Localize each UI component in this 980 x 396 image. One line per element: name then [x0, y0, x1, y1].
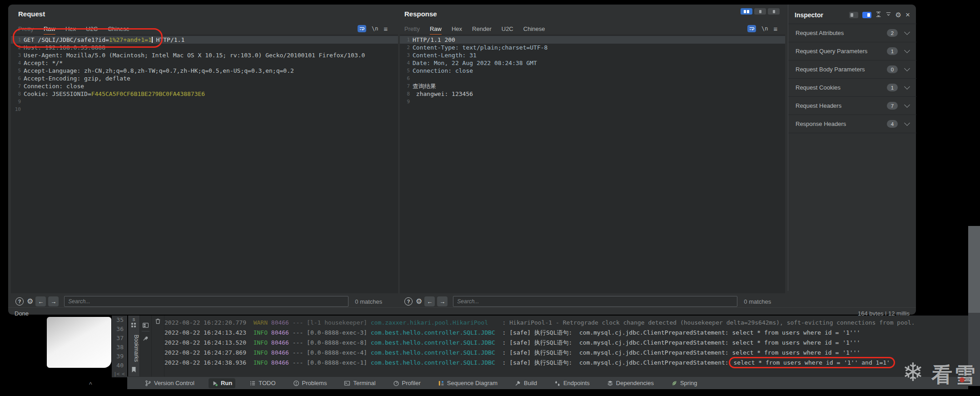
pin-icon[interactable]	[142, 336, 149, 344]
request-search-bar: ? ⚙ ← → 0 matches	[15, 296, 382, 307]
nav-first-icon[interactable]: |<	[114, 371, 119, 377]
log-token	[367, 359, 371, 366]
line-number: 8	[11, 90, 24, 98]
toolbar-item-label: Sequence Diagram	[447, 380, 497, 386]
layout-stacked-icon[interactable]	[754, 8, 766, 15]
request-editor[interactable]: 1GET /SQLI/JDBC/safe1?id=1%27+and+1=1 HT…	[11, 35, 398, 293]
log-token: 80466	[268, 329, 289, 336]
line-number: 9	[11, 98, 24, 105]
trash-icon[interactable]	[154, 318, 161, 326]
sequence-diagram-icon	[438, 380, 444, 386]
bookmarks-tool-button[interactable]: Bookmarks	[128, 331, 139, 366]
search-settings-icon[interactable]: ⚙	[416, 298, 422, 305]
status-done-label: Done	[15, 310, 29, 317]
editor-line: 5Accept-Language: zh-CN,zh;q=0.8,zh-TW;q…	[11, 67, 398, 75]
toolbar-item-terminal[interactable]: Terminal	[341, 378, 378, 388]
toolbar-item-todo[interactable]: TODO	[246, 378, 279, 388]
toolbar-item-run[interactable]: Run	[209, 378, 235, 388]
structure-tool-button[interactable]: s	[128, 316, 139, 322]
editor-line: 4Date: Mon, 22 Aug 2022 08:24:38 GMT	[400, 59, 785, 67]
response-tab-hex[interactable]: Hex	[452, 25, 462, 34]
inspector-dock-right-icon[interactable]	[862, 12, 871, 18]
editor-menu-icon[interactable]: ≡	[773, 25, 777, 33]
layout-tabs-icon[interactable]	[768, 8, 780, 15]
response-editor[interactable]: 1HTTP/1.1 2002Content-Type: text/plain;c…	[400, 35, 785, 293]
request-tab-chinese[interactable]: Chinese	[108, 25, 129, 34]
log-token: 2022-08-22 16:24:38.936	[164, 359, 246, 366]
inspector-settings-icon[interactable]: ⚙	[895, 11, 901, 19]
log-token: ---	[289, 339, 307, 346]
word-wrap-icon[interactable]	[747, 25, 756, 32]
chevron-down-icon[interactable]	[904, 47, 910, 53]
todo-icon	[249, 380, 256, 386]
show-newlines-icon[interactable]: \n	[372, 25, 378, 32]
log-token	[495, 329, 502, 336]
toolbar-item-spring[interactable]: Spring	[668, 378, 701, 388]
editor-line: 3Content-Length: 31	[400, 51, 785, 59]
help-icon[interactable]: ?	[404, 297, 413, 306]
editor-line-number: 35	[112, 316, 127, 325]
layout-side-by-side-icon[interactable]	[741, 8, 752, 15]
show-newlines-icon[interactable]: \n	[761, 25, 768, 32]
request-tab-pretty[interactable]: Pretty	[18, 25, 34, 34]
response-tab-raw[interactable]: Raw	[430, 25, 442, 35]
response-tab-pretty[interactable]: Pretty	[404, 25, 420, 34]
inspector-section-response-headers[interactable]: Response Headers4	[788, 115, 916, 133]
chevron-down-icon[interactable]	[904, 120, 910, 126]
toolbar-item-sequence-diagram[interactable]: Sequence Diagram	[435, 378, 501, 388]
search-prev-icon[interactable]: ←	[424, 296, 435, 306]
editor-line-number: 36	[112, 325, 127, 334]
search-settings-icon[interactable]: ⚙	[27, 298, 33, 305]
editor-menu-icon[interactable]: ≡	[383, 25, 388, 33]
inspector-section-request-cookies[interactable]: Request Cookies1	[788, 79, 916, 97]
request-tab-u2c[interactable]: U2C	[86, 25, 98, 34]
inspector-section-request-headers[interactable]: Request Headers7	[788, 97, 916, 115]
log-token: com.zaxxer.hikari.pool.HikariPool	[371, 319, 488, 326]
toolbar-item-build[interactable]: Build	[512, 378, 540, 388]
collapse-all-icon[interactable]	[885, 11, 891, 19]
word-wrap-icon[interactable]	[358, 25, 366, 32]
response-tab-u2c[interactable]: U2C	[502, 25, 513, 34]
section-label: Request Body Parameters	[796, 66, 887, 73]
inspector-panel: Inspector ⚙ × Request Attributes2Request…	[788, 5, 916, 291]
inspector-section-request-attributes[interactable]: Request Attributes2	[788, 24, 916, 42]
chevron-down-icon[interactable]	[904, 102, 910, 108]
inspector-dock-left-icon[interactable]	[849, 12, 858, 18]
request-panel-title: Request	[18, 10, 45, 18]
request-search-input[interactable]	[64, 296, 348, 307]
inspector-section-request-query-parameters[interactable]: Request Query Parameters1	[788, 42, 916, 60]
toolbar-item-problems[interactable]: Problems	[290, 378, 330, 388]
layout-settings-icon[interactable]	[142, 322, 149, 331]
screenshot-canvas: Request PrettyRawHexU2CChinese \n ≡ 1GET…	[0, 0, 980, 396]
editor-line: 7Connection: close	[11, 82, 398, 90]
search-next-icon[interactable]: →	[48, 296, 59, 306]
line-number: 3	[400, 51, 413, 59]
help-icon[interactable]: ?	[15, 297, 24, 306]
toolbar-item-dependencies[interactable]: Dependencies	[604, 378, 657, 388]
chevron-down-icon[interactable]	[904, 84, 910, 90]
inspector-close-icon[interactable]: ×	[905, 12, 910, 18]
toolbar-item-version-control[interactable]: Version Control	[142, 378, 198, 388]
overlapping-white-window[interactable]	[47, 317, 111, 368]
nav-prev-icon[interactable]: <	[122, 371, 125, 377]
search-next-icon[interactable]: →	[437, 296, 448, 306]
expand-all-icon[interactable]	[876, 11, 881, 19]
response-tab-chinese[interactable]: Chinese	[523, 25, 545, 34]
chevron-down-icon[interactable]	[904, 29, 910, 35]
request-tab-raw[interactable]: Raw	[44, 25, 55, 35]
toolbar-item-profiler[interactable]: Profiler	[390, 378, 424, 388]
inspector-section-request-body-parameters[interactable]: Request Body Parameters0	[788, 60, 916, 79]
search-prev-icon[interactable]: ←	[35, 296, 46, 306]
log-line: 2022-08-22 16:24:38.936 INFO 80466 --- […	[164, 358, 968, 368]
log-token	[488, 319, 502, 326]
line-number: 1	[11, 36, 24, 44]
problems-icon	[293, 380, 299, 386]
response-tab-render[interactable]: Render	[472, 25, 492, 34]
request-tab-hex[interactable]: Hex	[65, 25, 76, 34]
log-token: INFO	[246, 329, 268, 336]
toolbar-item-label: Build	[524, 380, 537, 386]
chevron-down-icon[interactable]	[904, 65, 910, 71]
response-search-input[interactable]	[453, 296, 737, 307]
log-token: ---	[289, 359, 307, 366]
toolbar-item-endpoints[interactable]: Endpoints	[551, 378, 593, 388]
